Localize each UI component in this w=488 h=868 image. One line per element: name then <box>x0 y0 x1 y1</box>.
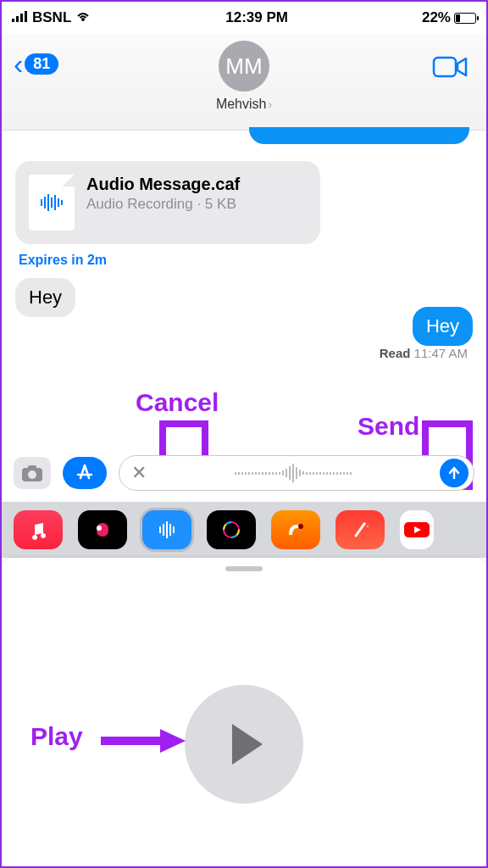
svg-rect-2 <box>20 14 23 22</box>
tray-digitaltouch-icon[interactable] <box>207 510 256 549</box>
conversation-header: ‹ 81 MM Mehvish › <box>2 34 486 131</box>
waveform-preview[interactable] <box>153 464 433 482</box>
sent-message[interactable]: Hey <box>413 307 473 346</box>
back-button[interactable]: ‹ 81 <box>14 49 58 78</box>
read-receipt: Read 11:47 AM <box>15 346 473 360</box>
expires-label: Expires in 2m <box>19 253 473 268</box>
battery-icon <box>454 13 476 24</box>
signal-icon <box>12 9 29 26</box>
tray-effects-icon[interactable] <box>336 510 385 549</box>
audio-message-field: ✕ <box>119 455 474 491</box>
annotation-cancel: Cancel <box>136 388 219 417</box>
input-bar: ✕ <box>2 449 486 497</box>
svg-rect-5 <box>434 58 456 76</box>
svg-rect-3 <box>25 11 27 22</box>
cancel-button[interactable]: ✕ <box>131 462 147 484</box>
svg-point-4 <box>81 18 85 21</box>
message-list: Audio Message.caf Audio Recording · 5 KB… <box>2 131 486 360</box>
sent-message-partial[interactable] <box>249 127 469 144</box>
battery-pct: 22% <box>422 9 451 26</box>
waveform-icon <box>41 194 63 211</box>
app-tray[interactable] <box>2 502 486 558</box>
chevron-left-icon: ‹ <box>14 49 23 78</box>
facetime-button[interactable] <box>432 54 469 83</box>
received-message[interactable]: Hey <box>15 278 75 317</box>
send-button[interactable] <box>440 459 469 487</box>
audio-file-message[interactable]: Audio Message.caf Audio Recording · 5 KB <box>15 161 320 244</box>
tray-garageband-icon[interactable] <box>271 510 320 549</box>
file-icon <box>29 175 75 231</box>
app-store-icon <box>74 462 96 484</box>
status-bar: BSNL 12:39 PM 22% <box>2 2 486 34</box>
arrow-up-icon <box>446 465 462 481</box>
wifi-icon <box>75 9 92 26</box>
chevron-right-icon: › <box>268 97 272 111</box>
play-button[interactable] <box>185 685 303 804</box>
tray-photos-icon[interactable] <box>78 510 127 549</box>
tray-youtube-icon[interactable] <box>400 510 434 549</box>
carrier-label: BSNL <box>32 9 71 26</box>
tray-music-icon[interactable] <box>14 510 63 549</box>
clock: 12:39 PM <box>225 9 288 26</box>
annotation-play: Play <box>30 722 83 751</box>
unread-badge: 81 <box>25 53 58 75</box>
svg-rect-8 <box>28 465 36 470</box>
svg-point-13 <box>298 524 303 529</box>
app-store-button[interactable] <box>63 457 107 489</box>
svg-point-7 <box>28 470 36 479</box>
svg-point-9 <box>97 526 102 531</box>
svg-rect-0 <box>12 19 14 22</box>
tray-audio-icon[interactable] <box>142 510 191 549</box>
contact-name[interactable]: Mehvish › <box>216 97 272 112</box>
camera-button[interactable] <box>14 457 51 489</box>
file-subtitle: Audio Recording · 5 KB <box>86 196 240 213</box>
annotation-arrow <box>97 724 190 758</box>
annotation-send: Send <box>358 412 419 441</box>
audio-drawer <box>2 558 486 866</box>
camera-icon <box>20 464 44 482</box>
contact-label: Mehvish <box>216 97 267 112</box>
drawer-handle[interactable] <box>225 566 263 571</box>
play-icon <box>232 724 263 765</box>
avatar[interactable]: MM <box>219 41 269 92</box>
svg-rect-1 <box>16 16 19 22</box>
file-title: Audio Message.caf <box>86 175 240 194</box>
